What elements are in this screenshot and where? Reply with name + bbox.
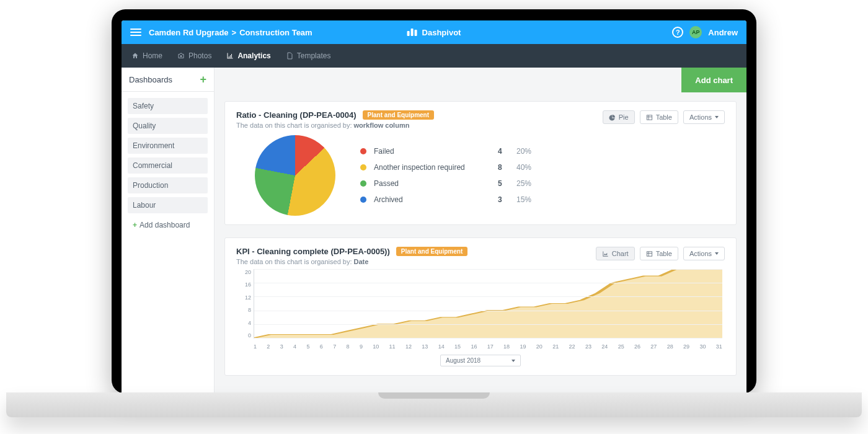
card-title: Ratio - Cleaning (DP-PEA-0004) Plant and… [236,110,603,120]
nav-home[interactable]: Home [131,51,162,60]
legend-pct: 40% [516,163,531,172]
legend-pct: 20% [516,147,531,156]
sidebar-item-quality[interactable]: Quality [128,118,208,134]
nav-templates-label: Templates [297,51,331,60]
legend-label: Archived [374,195,498,204]
card-sub-prefix: The data on this chart is organised by: [236,258,354,265]
chart-icon [602,250,609,257]
home-icon [131,52,139,60]
nav-photos[interactable]: Photos [177,51,211,60]
legend-pct: 15% [516,195,531,204]
add-dashboard-icon[interactable]: + [200,74,206,85]
chevron-down-icon [715,116,719,118]
add-chart-button[interactable]: Add chart [681,68,746,92]
area-svg [254,269,722,338]
help-icon[interactable]: ? [672,27,683,38]
y-axis: 201612840 [236,269,251,339]
actions-button[interactable]: Actions [683,247,725,260]
legend-row-passed: Passed 5 25% [360,179,725,188]
card-head: KPI - Cleaning complete (DP-PEA-0005)) P… [236,247,725,265]
card-controls: Chart Table Actions [596,247,725,260]
card-head: Ratio - Cleaning (DP-PEA-0004) Plant and… [236,110,725,129]
svg-point-0 [180,55,182,57]
card-title-wrap: KPI - Cleaning complete (DP-PEA-0005)) P… [236,247,596,265]
sidebar-item-labour[interactable]: Labour [128,197,208,213]
user-name[interactable]: Andrew [708,28,738,37]
card-subtitle: The data on this chart is organised by: … [236,258,596,265]
document-icon [286,52,293,60]
card-subtitle: The data on this chart is organised by: … [236,122,603,129]
legend-label: Passed [374,179,498,188]
table-icon [646,250,653,257]
laptop-frame: Camden Rd Upgrade > Construction Team Da… [0,0,868,434]
nav-templates[interactable]: Templates [286,51,331,60]
card-title-wrap: Ratio - Cleaning (DP-PEA-0004) Plant and… [236,110,603,129]
main-content: Add chart Ratio - Cleaning (DP-PEA-0004)… [215,68,746,394]
card-title-text: KPI - Cleaning complete (DP-PEA-0005)) [236,247,390,256]
view-pie-button[interactable]: Pie [603,110,635,124]
legend-count: 3 [498,195,516,204]
legend-row-another: Another inspection required 8 40% [360,163,725,172]
period-selector[interactable]: August 2018 [440,355,521,366]
nav-analytics-label: Analytics [237,51,270,60]
app-name: Dashpivot [422,28,461,37]
area-chart: 201612840 123456789101112131415161718192… [236,269,725,350]
nav-analytics[interactable]: Analytics [226,51,270,60]
nav-photos-label: Photos [188,51,211,60]
chart-card-kpi: KPI - Cleaning complete (DP-PEA-0005)) P… [224,237,737,376]
card-title-text: Ratio - Cleaning (DP-PEA-0004) [236,110,356,120]
category-tag: Plant and Equipment [363,110,434,120]
header-right: ? AP Andrew [672,26,738,38]
actions-button[interactable]: Actions [683,110,725,124]
sidebar-item-commercial[interactable]: Commercial [128,157,208,174]
view-table-label: Table [656,250,672,257]
legend-count: 8 [498,163,516,172]
sidebar-item-safety[interactable]: Safety [128,98,208,114]
period-label: August 2018 [446,357,480,364]
chevron-down-icon [715,252,719,255]
main-nav: Home Photos Analytics Templates [122,44,746,68]
app-logo[interactable]: Dashpivot [407,28,461,37]
breadcrumb-leaf[interactable]: Construction Team [239,28,312,37]
sidebar-list: Safety Quality Environment Commercial Pr… [122,92,214,239]
breadcrumb-separator: > [232,28,237,37]
sidebar-item-production[interactable]: Production [128,177,208,193]
logo-bars-icon [407,29,418,36]
sidebar-heading: Dashboards + [122,68,214,92]
pie-icon [609,114,616,121]
chart-card-ratio: Ratio - Cleaning (DP-PEA-0004) Plant and… [224,101,737,225]
camera-icon [177,52,185,60]
menu-icon[interactable] [130,29,141,36]
legend-dot [360,148,366,154]
pie-chart [255,135,335,216]
table-icon [646,114,653,121]
pie-legend: Failed 4 20% Another inspection required… [360,147,725,204]
sidebar-heading-label: Dashboards [129,75,172,84]
view-table-label: Table [656,113,672,121]
svg-rect-1 [647,115,652,119]
add-dashboard-button[interactable]: + Add dashboard [128,217,208,233]
legend-row-failed: Failed 4 20% [360,147,725,156]
card-title: KPI - Cleaning complete (DP-PEA-0005)) P… [236,247,596,256]
card-controls: Pie Table Actions [603,110,725,124]
charts-area: Ratio - Cleaning (DP-PEA-0004) Plant and… [215,68,746,376]
card-sub-value: workflow column [354,122,410,129]
top-header: Camden Rd Upgrade > Construction Team Da… [122,20,746,44]
breadcrumb-root[interactable]: Camden Rd Upgrade [149,28,229,37]
app-screen: Camden Rd Upgrade > Construction Team Da… [122,20,746,394]
avatar[interactable]: AP [689,26,702,38]
view-table-button[interactable]: Table [640,247,678,260]
plot-area [254,269,722,339]
view-chart-button[interactable]: Chart [596,247,635,260]
card-sub-value: Date [354,258,369,265]
plus-icon: + [133,221,137,229]
sidebar-item-environment[interactable]: Environment [128,138,208,154]
view-pie-label: Pie [619,113,629,121]
actions-label: Actions [689,113,712,121]
actions-label: Actions [689,250,712,257]
view-table-button[interactable]: Table [640,110,678,124]
legend-pct: 25% [516,179,531,188]
legend-label: Another inspection required [374,163,498,172]
legend-count: 4 [498,147,516,156]
screen-bezel: Camden Rd Upgrade > Construction Team Da… [112,9,756,394]
